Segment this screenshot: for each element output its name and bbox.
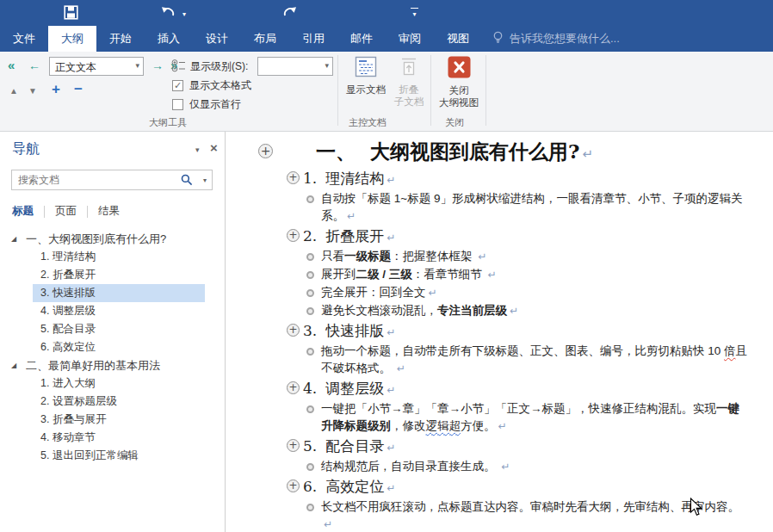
undo-dropdown-icon[interactable]: ▾: [182, 10, 186, 18]
outline-h2: +5.配合目录↵: [258, 436, 749, 457]
tab-view[interactable]: 视图: [434, 26, 482, 52]
outline-level-dropdown[interactable]: 正文文本 ▾: [49, 57, 144, 76]
body-bullet-icon[interactable]: [306, 504, 314, 511]
close-outline-view-button[interactable]: 关闭 大纲视图: [434, 54, 484, 108]
outline-body: 避免长文档滚动混乱，专注当前层级↵: [258, 302, 749, 319]
nav-item[interactable]: ◢二、最简单好用的基本用法: [0, 356, 224, 374]
tab-design[interactable]: 设计: [193, 26, 241, 52]
body-bullet-icon[interactable]: [306, 195, 314, 203]
tell-me-box[interactable]: 告诉我您想要做什么...: [492, 26, 620, 52]
checkbox-icon: ✓: [172, 80, 183, 91]
nav-item-label: 2. 折叠展开: [40, 269, 96, 281]
nav-item[interactable]: 5. 退出回到正常编辑: [0, 447, 224, 465]
tab-file[interactable]: 文件: [0, 26, 48, 52]
collapse-triangle-icon[interactable]: ◢: [11, 356, 16, 374]
nav-item[interactable]: 5. 配合目录: [0, 320, 224, 338]
heading-number: 1.: [303, 170, 317, 187]
nav-item-label: 6. 高效定位: [40, 341, 96, 353]
expand-plus-icon[interactable]: +: [287, 479, 300, 492]
paragraph-mark: ↵: [386, 174, 395, 186]
text-run: 逻辑超: [426, 419, 461, 432]
search-dropdown-icon[interactable]: ▾: [203, 176, 207, 184]
expand-plus-icon[interactable]: +: [287, 229, 300, 242]
expand-plus-icon[interactable]: +: [258, 144, 273, 158]
paragraph-mark: ↵: [488, 269, 497, 281]
expand-plus-icon[interactable]: +: [287, 171, 300, 184]
body-bullet-icon[interactable]: [306, 253, 314, 261]
customize-quick-access-icon[interactable]: ▾: [411, 8, 418, 18]
nav-tab-separator: [44, 206, 45, 218]
outline-h2: +1.理清结构↵: [258, 169, 749, 189]
redo-icon[interactable]: [282, 5, 298, 22]
text-run: 只看: [321, 250, 344, 263]
body-bullet-icon[interactable]: [306, 307, 314, 315]
document-area[interactable]: +一、大纲视图到底有什么用?↵+1.理清结构↵自动按「标题 1~标题 9」形成树…: [226, 132, 773, 532]
tab-mailings[interactable]: 邮件: [337, 26, 386, 52]
nav-tab-results[interactable]: 结果: [97, 204, 121, 219]
text-run: ：看章节细节: [412, 268, 485, 281]
expand-plus-icon[interactable]: +: [287, 381, 300, 394]
body-bullet-icon[interactable]: [306, 405, 314, 413]
close-outline-view-icon: [434, 56, 484, 81]
tab-references[interactable]: 引用: [289, 26, 337, 52]
navigation-menu-icon[interactable]: ▾: [195, 145, 200, 154]
ribbon-tabs: 文件大纲开始插入设计布局引用邮件审阅视图: [0, 26, 482, 52]
nav-item-label: 3. 折叠与展开: [40, 413, 106, 425]
collapse-subdocuments-button[interactable]: 折叠 子文档: [389, 54, 429, 108]
nav-tab-pages[interactable]: 页面: [54, 204, 77, 219]
tab-review[interactable]: 审阅: [386, 26, 434, 52]
nav-item[interactable]: 3. 折叠与展开: [0, 411, 224, 429]
heading-text: 调整层级: [325, 380, 384, 397]
move-down-icon[interactable]: ▼: [28, 86, 37, 96]
text-run: 二级 / 三级: [356, 268, 412, 281]
navigation-close-icon[interactable]: ×: [210, 140, 218, 155]
expand-plus-icon[interactable]: +: [287, 439, 300, 452]
collapse-triangle-icon[interactable]: ◢: [11, 230, 16, 248]
nav-tab-headings[interactable]: 标题: [11, 204, 34, 219]
nav-tree: ◢一、大纲视图到底有什么用?1. 理清结构2. 折叠展开3. 快速排版4. 调整…: [0, 230, 224, 465]
tab-layout[interactable]: 布局: [241, 26, 289, 52]
promote-to-heading1-icon[interactable]: «: [8, 59, 15, 72]
outline-h2: +6.高效定位↵: [258, 477, 749, 498]
nav-item[interactable]: 3. 快速排版: [0, 284, 224, 302]
outline-body: 自动按「标题 1~标题 9」形成树状缩进结构，一眼看清章节、小节、子项的逻辑关系…: [258, 190, 749, 225]
nav-item[interactable]: 1. 进入大纲: [0, 374, 224, 393]
navigation-title: 导航: [12, 140, 40, 158]
promote-icon[interactable]: ←: [28, 59, 40, 72]
tab-outline[interactable]: 大纲: [48, 26, 96, 52]
expand-icon[interactable]: +: [52, 83, 60, 96]
nav-item[interactable]: 2. 折叠展开: [0, 266, 224, 284]
nav-item[interactable]: 1. 理清结构: [0, 248, 224, 266]
search-icon[interactable]: [181, 174, 193, 189]
body-text: 长文档不用疯狂滚动，点标题直达内容。审稿时先看大纲，先审结构、再审内容。↵: [321, 500, 739, 530]
text-run: ，修改: [391, 419, 426, 432]
paragraph-mark: ↵: [478, 251, 486, 263]
first-line-only-checkbox[interactable]: 仅显示首行: [172, 97, 241, 112]
ribbon-separator: [485, 55, 486, 126]
move-up-icon[interactable]: ▲: [9, 86, 18, 96]
search-input[interactable]: [16, 172, 163, 188]
show-document-button[interactable]: 显示文档: [341, 54, 391, 96]
nav-item[interactable]: 4. 移动章节: [0, 429, 224, 447]
close-outline-view-label-line2: 大纲视图: [439, 97, 479, 108]
heading-number: 2.: [303, 227, 317, 244]
tab-home[interactable]: 开始: [96, 26, 145, 52]
body-bullet-icon[interactable]: [306, 348, 314, 356]
nav-item[interactable]: 6. 高效定位: [0, 338, 224, 356]
nav-item[interactable]: ◢一、大纲视图到底有什么用?: [0, 230, 224, 248]
demote-icon[interactable]: →: [152, 59, 164, 72]
body-bullet-icon[interactable]: [306, 463, 314, 471]
body-bullet-icon[interactable]: [306, 289, 314, 297]
undo-icon[interactable]: [160, 5, 176, 22]
show-text-format-checkbox[interactable]: ✓ 显示文本格式: [172, 78, 251, 93]
group-label-close: 关闭: [416, 116, 493, 129]
collapse-icon[interactable]: −: [74, 83, 83, 96]
save-icon[interactable]: [64, 5, 78, 23]
body-bullet-icon[interactable]: [306, 271, 314, 279]
nav-item[interactable]: 2. 设置标题层级: [0, 393, 224, 411]
expand-plus-icon[interactable]: +: [287, 324, 300, 337]
outline-h2: +4.调整层级↵: [258, 379, 749, 399]
tab-insert[interactable]: 插入: [145, 26, 193, 52]
nav-item[interactable]: 4. 调整层级: [0, 302, 224, 320]
show-level-dropdown[interactable]: ▾: [257, 57, 333, 76]
